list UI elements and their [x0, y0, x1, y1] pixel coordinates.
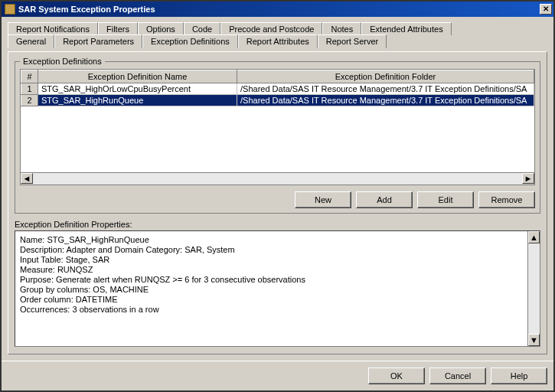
table-row[interactable]: 2 STG_SAR_HighRunQueue /Shared Data/SAS … — [21, 95, 534, 106]
exception-definitions-group: Exception Definitions # Exception Defini… — [15, 57, 540, 214]
prop-line: Input Table: Stage, SAR — [20, 255, 535, 264]
prop-line: Group by columns: OS, MACHINE — [20, 285, 535, 294]
col-name[interactable]: Exception Definition Name — [38, 70, 237, 83]
tab-code[interactable]: Code — [184, 22, 220, 35]
crud-buttons: New Add Edit Remove — [20, 191, 535, 208]
ok-button[interactable]: OK — [368, 368, 425, 384]
table-row[interactable]: 1 STG_SAR_HighOrLowCpuBusyPercent /Share… — [21, 83, 534, 95]
prop-line: Name: STG_SAR_HighRunQueue — [20, 235, 535, 244]
tab-report-attributes[interactable]: Report Attributes — [238, 34, 318, 48]
tab-report-notifications[interactable]: Report Notifications — [8, 22, 98, 35]
scroll-track[interactable] — [528, 243, 540, 334]
hscrollbar[interactable]: ◄ ► — [21, 172, 534, 185]
dialog-window: SAR System Exception Properties ✕ Report… — [0, 0, 555, 392]
definitions-table-wrap: # Exception Definition Name Exception De… — [20, 69, 535, 185]
tab-notes[interactable]: Notes — [322, 22, 361, 35]
prop-line: Order column: DATETIME — [20, 295, 535, 304]
vscrollbar[interactable]: ▲ ▼ — [527, 231, 540, 346]
groupbox-legend: Exception Definitions — [20, 57, 105, 66]
close-icon[interactable]: ✕ — [540, 4, 552, 15]
row-index: 2 — [21, 95, 38, 106]
footer-buttons: OK Cancel Help — [2, 361, 553, 390]
tab-options[interactable]: Options — [138, 22, 184, 35]
prop-line: Measure: RUNQSZ — [20, 265, 535, 274]
scroll-up-icon[interactable]: ▲ — [528, 231, 540, 243]
row-name: STG_SAR_HighRunQueue — [38, 95, 237, 106]
properties-label: Exception Definition Properties: — [15, 220, 540, 229]
prop-line: Description: Adapter and Domain Category… — [20, 245, 535, 254]
row-folder: /Shared Data/SAS IT Resource Management/… — [237, 83, 534, 95]
definitions-table[interactable]: # Exception Definition Name Exception De… — [21, 70, 534, 106]
scroll-track[interactable] — [33, 173, 522, 185]
properties-box: Name: STG_SAR_HighRunQueue Description: … — [15, 230, 540, 347]
tab-report-parameters[interactable]: Report Parameters — [54, 34, 142, 48]
row-index: 1 — [21, 83, 38, 95]
dialog-body: Report Notifications Filters Options Cod… — [2, 17, 553, 361]
tab-extended-attributes[interactable]: Extended Attributes — [361, 22, 451, 35]
col-folder[interactable]: Exception Definition Folder — [237, 70, 534, 83]
help-button[interactable]: Help — [491, 368, 547, 384]
tab-precode-postcode[interactable]: Precode and Postcode — [220, 22, 322, 35]
row-name: STG_SAR_HighOrLowCpuBusyPercent — [38, 83, 237, 95]
col-index[interactable]: # — [21, 70, 38, 83]
scroll-right-icon[interactable]: ► — [522, 173, 534, 184]
row-folder: /Shared Data/SAS IT Resource Management/… — [237, 95, 534, 106]
new-button[interactable]: New — [295, 191, 351, 208]
tab-general[interactable]: General — [8, 34, 54, 48]
scroll-down-icon[interactable]: ▼ — [528, 334, 540, 346]
tabs: Report Notifications Filters Options Cod… — [8, 21, 547, 48]
tab-filters[interactable]: Filters — [98, 22, 138, 35]
edit-button[interactable]: Edit — [417, 191, 474, 208]
scroll-left-icon[interactable]: ◄ — [21, 173, 33, 184]
remove-button[interactable]: Remove — [478, 191, 535, 208]
window-title: SAR System Exception Properties — [18, 5, 540, 14]
tab-panel: Exception Definitions # Exception Defini… — [8, 51, 547, 354]
titlebar: SAR System Exception Properties ✕ — [2, 2, 553, 17]
prop-line: Purpose: Generate alert when RUNQSZ >= 6… — [20, 275, 535, 284]
prop-line: Occurrences: 3 observations in a row — [20, 305, 535, 314]
tab-report-server[interactable]: Report Server — [318, 34, 387, 48]
app-icon — [5, 4, 15, 15]
tab-exception-definitions[interactable]: Exception Definitions — [142, 34, 238, 48]
add-button[interactable]: Add — [356, 191, 413, 208]
cancel-button[interactable]: Cancel — [429, 368, 486, 384]
